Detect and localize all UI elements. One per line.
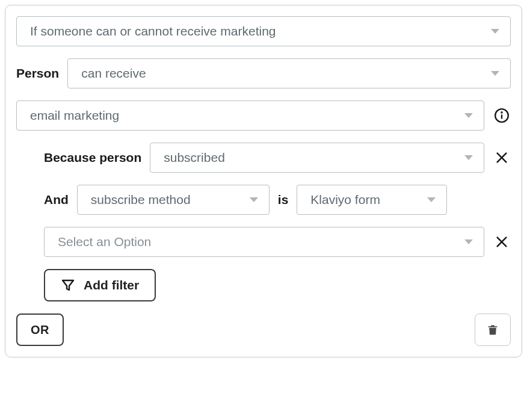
option-select[interactable]: Select an Option (44, 227, 484, 257)
option-placeholder: Select an Option (58, 235, 151, 249)
channel-value: email marketing (30, 108, 119, 123)
condition-type-select[interactable]: If someone can or cannot receive marketi… (16, 16, 511, 46)
add-filter-label: Add filter (84, 278, 139, 292)
person-can-select[interactable]: can receive (67, 58, 511, 88)
because-value: subscribed (164, 150, 225, 165)
chevron-down-icon (464, 155, 473, 160)
remove-filter-button[interactable] (493, 149, 511, 167)
because-label: Because person (44, 150, 141, 165)
filter-icon (61, 278, 75, 292)
chevron-down-icon (464, 113, 473, 118)
add-filter-button[interactable]: Add filter (44, 269, 156, 301)
and-attribute-value: subscribe method (91, 193, 191, 207)
and-attribute-select[interactable]: subscribe method (77, 185, 270, 215)
delete-condition-button[interactable] (475, 313, 511, 346)
chevron-down-icon (427, 197, 436, 202)
channel-select[interactable]: email marketing (16, 100, 484, 131)
and-label: And (44, 193, 69, 207)
trash-icon (487, 323, 499, 336)
is-label: is (278, 193, 289, 207)
chevron-down-icon (491, 29, 499, 34)
person-label: Person (16, 66, 59, 81)
chevron-down-icon (464, 239, 473, 244)
or-button[interactable]: OR (16, 313, 64, 346)
segment-condition-card: If someone can or cannot receive marketi… (5, 5, 522, 357)
because-select[interactable]: subscribed (150, 143, 484, 173)
chevron-down-icon (250, 197, 258, 202)
and-value-value: Klaviyo form (310, 193, 380, 207)
condition-type-value: If someone can or cannot receive marketi… (30, 24, 276, 39)
info-icon[interactable] (493, 107, 511, 125)
person-can-value: can receive (81, 66, 146, 81)
remove-filter-button[interactable] (493, 233, 511, 251)
chevron-down-icon (491, 71, 499, 76)
svg-point-2 (501, 112, 502, 113)
or-label: OR (31, 323, 49, 336)
and-value-select[interactable]: Klaviyo form (297, 185, 447, 215)
